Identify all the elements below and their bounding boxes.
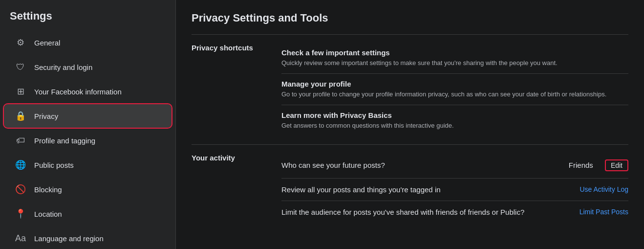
shortcut-title: Learn more with Privacy Basics <box>281 111 628 119</box>
shortcut-desc: Quickly review some important settings t… <box>281 59 628 68</box>
sidebar-item-public-posts[interactable]: 🌐Public posts <box>4 153 172 177</box>
activity-label: Your activity <box>192 153 270 162</box>
shortcut-desc: Get answers to common questions with thi… <box>281 121 628 130</box>
sidebar-item-label-security: Security and login <box>34 63 92 71</box>
shortcuts-content: Check a few important settingsQuickly re… <box>281 43 628 136</box>
shortcut-title: Check a few important settings <box>281 48 628 57</box>
shortcuts-label: Privacy shortcuts <box>192 43 270 52</box>
sidebar-item-label-location: Location <box>34 210 62 218</box>
activity-question: Review all your posts and things you're … <box>281 185 580 194</box>
blocking-icon: 🚫 <box>14 182 27 196</box>
sidebar-item-label-general: General <box>34 39 60 47</box>
profile-tagging-icon: 🏷 <box>14 134 27 147</box>
sidebar-title: Settings <box>0 10 175 30</box>
security-icon: 🛡 <box>14 60 27 74</box>
activity-item: Review all your posts and things you're … <box>281 179 628 201</box>
activity-item: Who can see your future posts?FriendsEdi… <box>281 153 628 179</box>
privacy-icon: 🔒 <box>14 109 27 123</box>
sidebar-item-label-language: Language and region <box>34 234 104 243</box>
shortcut-item[interactable]: Learn more with Privacy BasicsGet answer… <box>281 105 628 136</box>
sidebar-item-privacy[interactable]: 🔒Privacy <box>4 104 172 128</box>
activity-question: Who can see your future posts? <box>281 161 557 169</box>
activity-item: Limit the audience for posts you've shar… <box>281 201 628 223</box>
shortcuts-row: Privacy shortcuts Check a few important … <box>192 43 628 136</box>
public-posts-icon: 🌐 <box>14 158 27 172</box>
sidebar: Settings ⚙General🛡Security and login⊞You… <box>0 0 176 249</box>
shortcut-desc: Go to your profile to change your profil… <box>281 90 628 99</box>
page-title: Privacy Settings and Tools <box>192 12 628 24</box>
sidebar-item-general[interactable]: ⚙General <box>4 31 172 54</box>
sidebar-item-label-facebook-info: Your Facebook information <box>34 88 122 96</box>
sidebar-item-blocking[interactable]: 🚫Blocking <box>4 178 172 201</box>
activity-value: Friends <box>569 161 593 169</box>
activity-link[interactable]: Limit Past Posts <box>580 208 628 216</box>
activity-content: Who can see your future posts?FriendsEdi… <box>281 153 628 223</box>
sidebar-item-language[interactable]: AaLanguage and region <box>4 226 172 249</box>
sidebar-item-label-public-posts: Public posts <box>34 161 74 169</box>
sidebar-item-location[interactable]: 📍Location <box>4 202 172 226</box>
activity-row: Your activity Who can see your future po… <box>192 153 628 223</box>
sidebar-item-facebook-info[interactable]: ⊞Your Facebook information <box>4 80 172 103</box>
shortcut-title: Manage your profile <box>281 80 628 88</box>
activity-question: Limit the audience for posts you've shar… <box>281 208 580 216</box>
sidebar-item-label-profile-tagging: Profile and tagging <box>34 136 95 145</box>
shortcut-item[interactable]: Check a few important settingsQuickly re… <box>281 43 628 74</box>
sidebar-item-label-blocking: Blocking <box>34 185 62 194</box>
sidebar-item-label-privacy: Privacy <box>34 112 58 120</box>
shortcut-item[interactable]: Manage your profileGo to your profile to… <box>281 74 628 105</box>
language-icon: Aa <box>14 231 27 245</box>
sidebar-item-security[interactable]: 🛡Security and login <box>4 55 172 79</box>
activity-link[interactable]: Use Activity Log <box>580 185 628 193</box>
general-icon: ⚙ <box>14 36 27 49</box>
facebook-info-icon: ⊞ <box>14 85 27 98</box>
location-icon: 📍 <box>14 207 27 221</box>
edit-button[interactable]: Edit <box>605 159 628 171</box>
main-content: Privacy Settings and Tools Privacy short… <box>176 0 644 249</box>
activity-section: Your activity Who can see your future po… <box>192 144 628 231</box>
privacy-shortcuts-section: Privacy shortcuts Check a few important … <box>192 34 628 144</box>
sidebar-item-profile-tagging[interactable]: 🏷Profile and tagging <box>4 129 172 152</box>
